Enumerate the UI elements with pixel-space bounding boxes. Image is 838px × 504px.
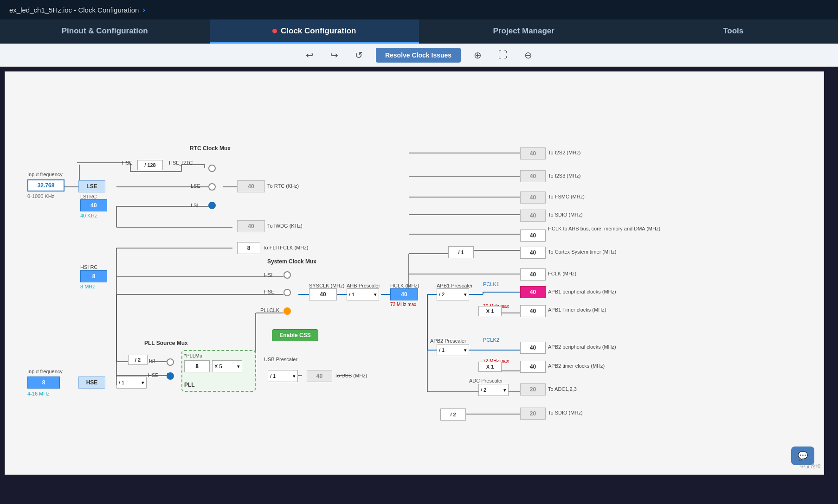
redo-button[interactable]: ↪ <box>327 48 342 63</box>
apb2-prescaler-label: APB2 Prescaler <box>430 338 466 344</box>
sys-mux-pll-circle[interactable] <box>284 307 291 315</box>
usb-prescaler-label: USB Prescaler <box>264 357 297 362</box>
sdio-top-label: To SDIO (MHz) <box>548 212 583 217</box>
pll-x5-select[interactable]: X 5 ▾ <box>212 360 242 372</box>
to-iwdg-box: 40 <box>237 220 265 232</box>
sys-mux-hse-circle[interactable] <box>284 289 291 296</box>
hclk-ahb-value-box: 40 <box>520 230 546 242</box>
sysclk-label: SYSCLK (MHz) <box>309 283 344 288</box>
apb1-peri-box: 40 <box>520 286 546 298</box>
pll-hsi-label: HSI <box>147 358 155 364</box>
pll-src-hse-circle[interactable] <box>167 372 174 380</box>
apb1-timer-box: 40 <box>520 305 546 317</box>
pclk1-label: PCLK1 <box>483 281 499 287</box>
hsi-sys-label: HSI <box>264 272 272 278</box>
toolbar: ↩ ↪ ↺ Resolve Clock Issues ⊕ ⛶ ⊖ <box>0 44 838 67</box>
lsi-rtc-label: LSI <box>191 203 199 208</box>
to-flit-box: 8 <box>237 242 260 254</box>
tab-clock-dot <box>272 29 277 33</box>
rtc-mux-lsi-circle[interactable] <box>208 202 216 209</box>
pllclk-sys-label: PLLCLK <box>260 307 279 313</box>
rtc-mux-label: RTC Clock Mux <box>190 145 231 152</box>
apb1-peri-label: APB1 peripheral clocks (MHz) <box>548 289 616 294</box>
sys-mux-hsi-circle[interactable] <box>284 271 291 279</box>
lsi-rc-label: LSI RC <box>80 194 97 199</box>
pll-hse-label: HSE <box>148 372 159 378</box>
tab-pinout-label: Pinout & Configuration <box>62 26 148 36</box>
sdio-top-value-box: 40 <box>520 210 546 222</box>
zoom-out-button[interactable]: ⊖ <box>521 48 536 63</box>
lse-input-box[interactable]: 32.768 <box>27 179 64 191</box>
i2s3-label: To I2S3 (MHz) <box>548 173 580 179</box>
hsi-rc-box: 8 <box>80 270 107 282</box>
chat-button[interactable]: 💬 <box>791 447 814 465</box>
tab-clock-label: Clock Configuration <box>281 26 356 36</box>
fit-button[interactable]: ⛶ <box>495 48 511 62</box>
fsmc-value-box: 40 <box>520 191 546 204</box>
fsmc-label: To FSMC (MHz) <box>548 194 585 199</box>
refresh-button[interactable]: ↺ <box>351 48 367 63</box>
usb-value-box: 40 <box>307 370 332 382</box>
title-bar: ex_led_ch1_5Hz.ioc - Clock Configuration… <box>0 0 838 19</box>
hse-range-label: 4-16 MHz <box>27 391 50 396</box>
rtc-mux-hse-circle[interactable] <box>208 165 216 172</box>
hse-box[interactable]: HSE <box>78 376 105 389</box>
usb-div-select[interactable]: / 1 ▾ <box>268 370 298 382</box>
hse-rtc-label2: HSE_RTC <box>169 160 193 166</box>
hclk-ahb-label: HCLK to AHB bus, core, memory and DMA (M… <box>548 226 660 231</box>
chat-label: 中文论坛 <box>800 463 821 470</box>
pll-source-mux-label: PLL Source Mux <box>144 340 188 346</box>
lse-input-label: Input frequency <box>27 172 63 177</box>
apb1-x1-box: X 1 <box>478 306 502 316</box>
zoom-in-button[interactable]: ⊕ <box>470 48 485 63</box>
lse-box[interactable]: LSE <box>78 180 105 192</box>
tab-tools-label: Tools <box>723 26 743 36</box>
adc-div-select[interactable]: / 2 ▾ <box>478 384 509 396</box>
hse-div1-select[interactable]: / 1 ▾ <box>116 376 147 389</box>
pll-label: PLL <box>184 382 195 388</box>
hclk-label: HCLK (MHz) <box>390 283 419 288</box>
sys-mux-label: System Clock Mux <box>267 258 316 265</box>
apb2-div-select[interactable]: / 1 ▾ <box>437 344 469 356</box>
resolve-button[interactable]: Resolve Clock Issues <box>376 48 461 63</box>
apb2-peri-label: APB2 peripheral clocks (MHz) <box>548 344 616 350</box>
undo-button[interactable]: ↩ <box>302 48 317 63</box>
sdio-bottom-label: To SDIO (MHz) <box>548 410 583 415</box>
lsi-rc-box: 40 <box>80 199 107 211</box>
hse-rtc-label: HSE <box>122 160 133 166</box>
to-rtc-label: To RTC (KHz) <box>267 183 299 189</box>
title-arrow: › <box>142 5 145 15</box>
i2s3-value-box: 40 <box>520 170 546 182</box>
apb2-timer-box: 40 <box>520 361 546 373</box>
diagram-lines <box>5 72 824 474</box>
pclk2-label: PCLK2 <box>483 337 499 343</box>
canvas-area: Input frequency 32.768 0-1000 KHz LSE LS… <box>5 71 824 475</box>
apb1-div-select[interactable]: / 2 ▾ <box>437 288 469 300</box>
ahb-div-select[interactable]: / 1 ▾ <box>347 288 379 300</box>
adc-value-box: 20 <box>520 383 546 396</box>
hclk-box: 40 <box>390 288 418 300</box>
to-rtc-box: 40 <box>237 180 265 192</box>
tab-clock[interactable]: Clock Configuration <box>210 19 419 44</box>
cortex-div-box: / 1 <box>448 246 474 258</box>
tab-bar: Pinout & Configuration Clock Configurati… <box>0 19 838 44</box>
hclk-max-label: 72 MHz max <box>390 302 416 307</box>
pll-src-hsi-circle[interactable] <box>167 358 174 366</box>
apb1-prescaler-label: APB1 Prescaler <box>437 283 473 288</box>
sdio-value-box: 20 <box>520 408 546 420</box>
title-text: ex_led_ch1_5Hz.ioc - Clock Configuration <box>9 6 139 14</box>
tab-tools[interactable]: Tools <box>629 19 838 44</box>
sdio-div-box: / 2 <box>440 408 466 421</box>
enable-css-button[interactable]: Enable CSS <box>272 329 318 341</box>
ahb-prescaler-label: AHB Prescaler <box>347 283 380 288</box>
lsi-rc-unit-label: 40 KHz <box>80 213 97 218</box>
apb2-timer-label: APB2 timer clocks (MHz) <box>548 363 605 369</box>
rtc-mux-lse-circle[interactable] <box>208 183 216 191</box>
fclk-label: FCLK (MHz) <box>548 271 576 276</box>
tab-pinout[interactable]: Pinout & Configuration <box>0 19 210 44</box>
hse-input-box[interactable]: 8 <box>27 376 60 389</box>
div128-box: / 128 <box>137 160 163 170</box>
tab-project[interactable]: Project Manager <box>419 19 629 44</box>
adc-label: To ADC1,2,3 <box>548 386 577 392</box>
fclk-value-box: 40 <box>520 268 546 281</box>
